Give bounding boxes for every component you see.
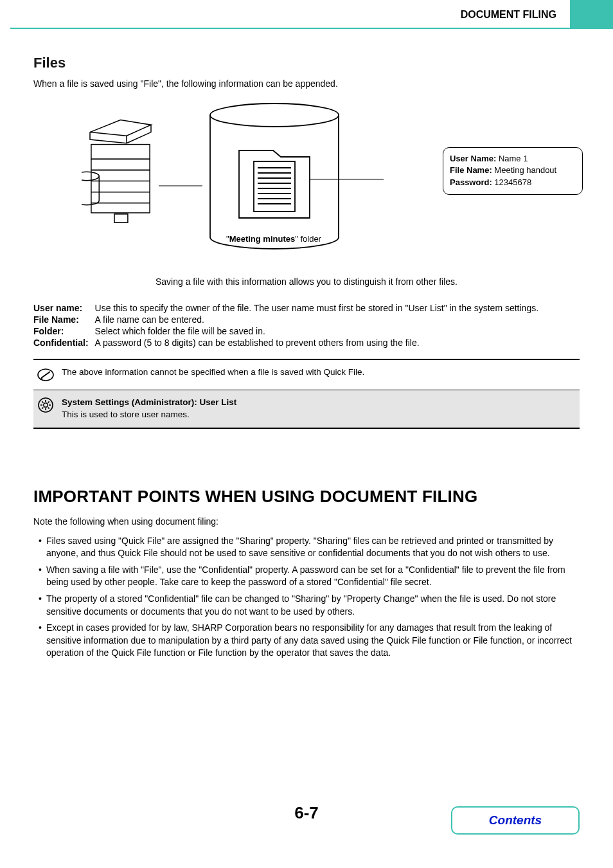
def-desc: A file name can be entered. bbox=[95, 314, 539, 325]
definitions-table: User name:Use this to specify the owner … bbox=[33, 302, 538, 348]
svg-point-20 bbox=[44, 403, 48, 407]
important-bullets: Files saved using "Quick File" are assig… bbox=[39, 535, 580, 660]
def-term: Folder: bbox=[33, 325, 95, 337]
def-term: Confidential: bbox=[33, 337, 95, 348]
svg-point-8 bbox=[210, 104, 339, 127]
folder-label: "Meeting minutes" folder bbox=[226, 234, 321, 244]
note-row: The above information cannot be specifie… bbox=[33, 360, 580, 390]
svg-line-25 bbox=[42, 402, 43, 403]
header-rule bbox=[10, 28, 613, 29]
gear-icon bbox=[37, 397, 54, 413]
contents-button[interactable]: Contents bbox=[451, 806, 580, 835]
note-icon bbox=[37, 366, 54, 383]
section-intro: When a file is saved using "File", the f… bbox=[33, 78, 580, 91]
list-item: Files saved using "Quick File" are assig… bbox=[39, 535, 580, 560]
notes-block: The above information cannot be specifie… bbox=[33, 359, 580, 429]
storage-icon bbox=[204, 102, 345, 257]
diagram-caption: Saving a file with this information allo… bbox=[33, 276, 580, 289]
note-row-admin: System Settings (Administrator): User Li… bbox=[33, 390, 580, 428]
note-text: The above information cannot be specifie… bbox=[62, 366, 364, 379]
def-term: File Name: bbox=[33, 314, 95, 325]
svg-line-27 bbox=[42, 408, 43, 409]
note-text: System Settings (Administrator): User Li… bbox=[62, 397, 236, 421]
def-term: User name: bbox=[33, 302, 95, 314]
file-metadata-callout: User Name: Name 1 File Name: Meeting han… bbox=[443, 147, 583, 195]
list-item: When saving a file with "File", use the … bbox=[39, 564, 580, 589]
section-heading-files: Files bbox=[33, 55, 580, 71]
section-heading-important: IMPORTANT POINTS WHEN USING DOCUMENT FIL… bbox=[33, 487, 580, 507]
header-title: DOCUMENT FILING bbox=[461, 9, 556, 21]
svg-line-28 bbox=[48, 402, 49, 403]
def-desc: Use this to specify the owner of the fil… bbox=[95, 302, 539, 314]
def-desc: Select which folder the file will be sav… bbox=[95, 325, 539, 337]
header-accent bbox=[570, 0, 613, 28]
svg-line-26 bbox=[48, 408, 49, 409]
file-save-diagram: "Meeting minutes" folder User Name: Name… bbox=[82, 102, 531, 269]
list-item: The property of a stored "Confidential" … bbox=[39, 593, 580, 618]
important-intro: Note the following when using document f… bbox=[33, 516, 580, 529]
list-item: Except in cases provided for by law, SHA… bbox=[39, 622, 580, 660]
def-desc: A password (5 to 8 digits) can be establ… bbox=[95, 337, 539, 348]
